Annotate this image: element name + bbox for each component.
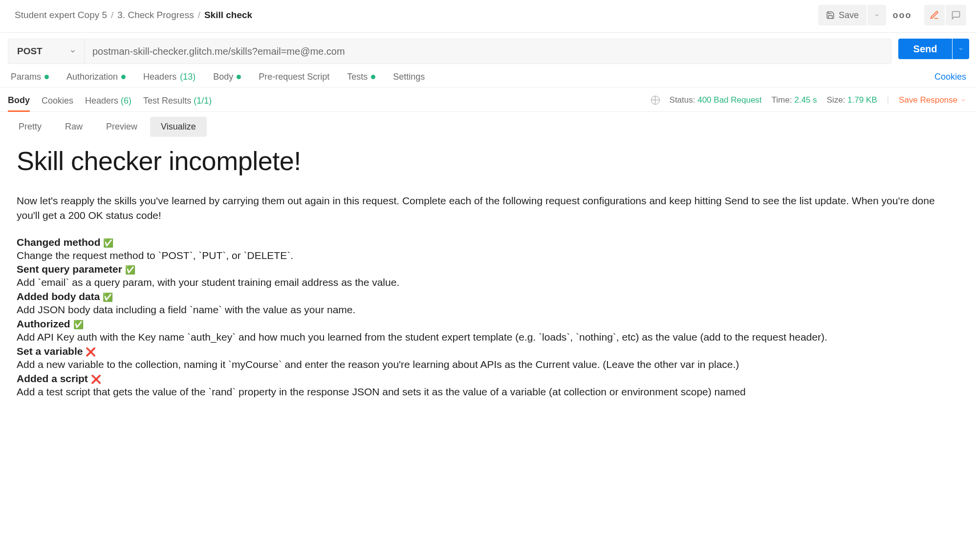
viz-item-title: Sent query parameter <box>17 263 125 275</box>
check-icon: ✅ <box>73 320 84 329</box>
size-label: Size: <box>827 95 846 105</box>
view-visualize[interactable]: Visualize <box>150 117 207 137</box>
status-label: Status: <box>670 95 695 105</box>
comments-button[interactable] <box>946 5 966 25</box>
save-icon <box>826 11 835 20</box>
tab-tests[interactable]: Tests <box>347 72 375 82</box>
viz-item-desc: Add JSON body data including a field `na… <box>17 302 960 317</box>
view-raw[interactable]: Raw <box>54 117 93 137</box>
send-button[interactable]: Send <box>898 39 952 59</box>
viz-intro: Now let's reapply the skills you've lear… <box>17 194 960 223</box>
request-row: POST Send <box>0 33 977 64</box>
dots-icon: ooo <box>893 10 912 21</box>
tab-params[interactable]: Params <box>11 72 49 82</box>
response-tabs: Body Cookies Headers (6) Test Results (1… <box>0 87 977 112</box>
tab-label: Body <box>213 72 233 82</box>
save-dropdown[interactable] <box>868 5 886 25</box>
request-tabs: Params Authorization Headers (13) Body P… <box>0 64 977 87</box>
tab-label: Headers <box>85 96 118 106</box>
status-block: Status: 400 Bad Request <box>670 95 762 105</box>
viz-item-title: Added a script <box>17 373 91 384</box>
check-icon: ✅ <box>103 293 113 302</box>
resp-tab-body[interactable]: Body <box>8 92 30 112</box>
viz-item-desc: Add API Key auth with the Key name `auth… <box>17 330 960 345</box>
viz-item-desc: Add a new variable to the collection, na… <box>17 357 960 372</box>
cross-icon: ❌ <box>86 347 96 357</box>
view-preview[interactable]: Preview <box>95 117 148 137</box>
save-response-button[interactable]: Save Response <box>899 95 966 105</box>
tab-settings[interactable]: Settings <box>393 72 425 82</box>
chevron-down-icon <box>69 48 76 55</box>
more-actions-button[interactable]: ooo <box>892 5 912 25</box>
url-input[interactable] <box>85 39 891 64</box>
breadcrumb: Student expert Copy 5 / 3. Check Progres… <box>15 10 252 21</box>
breadcrumb-request[interactable]: Skill check <box>204 10 252 21</box>
comment-icon <box>951 10 961 20</box>
status-value: 400 Bad Request <box>697 95 761 105</box>
time-block: Time: 2.45 s <box>772 95 817 105</box>
tests-count: (1/1) <box>194 96 212 106</box>
save-response-label: Save Response <box>899 95 957 105</box>
cookies-link[interactable]: Cookies <box>934 72 966 82</box>
globe-icon[interactable] <box>651 96 660 105</box>
viz-item-header: Changed method ✅ <box>17 237 960 248</box>
save-button[interactable]: Save <box>818 5 867 25</box>
resp-tab-cookies[interactable]: Cookies <box>42 93 73 111</box>
tab-label: Headers <box>143 72 176 82</box>
viz-item-header: Added body data ✅ <box>17 291 960 302</box>
size-block: Size: 1.79 KB <box>827 95 877 105</box>
visualize-pane: Skill checker incomplete! Now let's reap… <box>0 142 977 414</box>
viz-item-title: Set a variable <box>17 345 86 357</box>
viz-item-title: Added body data <box>17 291 103 302</box>
topbar: Student expert Copy 5 / 3. Check Progres… <box>0 0 977 33</box>
response-meta: Status: 400 Bad Request Time: 2.45 s Siz… <box>651 95 966 109</box>
viz-item-title: Changed method <box>17 237 103 248</box>
send-dropdown[interactable] <box>953 39 969 59</box>
headers-count: (13) <box>180 72 195 82</box>
viz-item-desc: Add a test script that gets the value of… <box>17 385 960 399</box>
cross-icon: ❌ <box>91 375 101 384</box>
status-dot-icon <box>371 75 375 79</box>
send-group: Send <box>898 39 969 64</box>
tab-label: Test Results <box>143 96 191 106</box>
status-dot-icon <box>121 75 126 79</box>
tab-prerequest[interactable]: Pre-request Script <box>259 72 329 82</box>
viz-item-title: Authorized <box>17 318 73 329</box>
method-label: POST <box>17 46 43 57</box>
viz-item-header: Set a variable ❌ <box>17 345 960 357</box>
viz-item-header: Added a script ❌ <box>17 373 960 385</box>
size-value: 1.79 KB <box>847 95 877 105</box>
body-view-toolbar: Pretty Raw Preview Visualize <box>0 112 977 142</box>
tab-label: Params <box>11 72 41 82</box>
breadcrumb-sep: / <box>198 10 200 21</box>
headers-count: (6) <box>121 96 131 106</box>
view-pretty[interactable]: Pretty <box>8 117 52 137</box>
viz-item-desc: Add `email` as a query param, with your … <box>17 275 960 290</box>
check-icon: ✅ <box>125 265 135 275</box>
tab-authorization[interactable]: Authorization <box>66 72 126 82</box>
chevron-down-icon <box>960 97 966 103</box>
status-dot-icon <box>237 75 241 79</box>
pencil-icon <box>930 10 939 20</box>
tab-body[interactable]: Body <box>213 72 241 82</box>
method-select[interactable]: POST <box>8 39 85 64</box>
viz-items: Changed method ✅Change the request metho… <box>17 237 960 399</box>
viz-item-desc: Change the request method to `POST`, `PU… <box>17 248 960 263</box>
tab-headers[interactable]: Headers (13) <box>143 72 195 82</box>
breadcrumb-sep: / <box>111 10 113 21</box>
breadcrumb-folder[interactable]: 3. Check Progress <box>117 10 194 21</box>
time-value: 2.45 s <box>794 95 817 105</box>
tab-label: Tests <box>347 72 368 82</box>
check-icon: ✅ <box>103 238 113 248</box>
docs-button[interactable] <box>924 5 945 25</box>
time-label: Time: <box>772 95 792 105</box>
right-panel-group <box>924 5 966 25</box>
send-label: Send <box>913 43 937 55</box>
resp-tab-tests[interactable]: Test Results (1/1) <box>143 93 212 111</box>
save-group: Save <box>818 5 886 25</box>
save-label: Save <box>839 10 859 21</box>
resp-tab-headers[interactable]: Headers (6) <box>85 93 131 111</box>
viz-item-header: Authorized ✅ <box>17 318 960 330</box>
breadcrumb-workspace[interactable]: Student expert Copy 5 <box>15 10 107 21</box>
toolbar-right: Save ooo <box>818 5 966 25</box>
